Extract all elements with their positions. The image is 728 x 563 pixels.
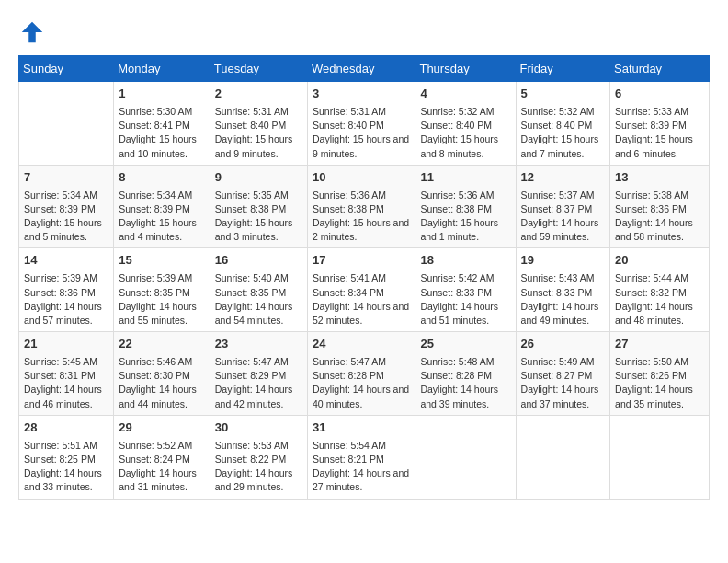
weekday-header-cell: Sunday xyxy=(19,56,114,82)
weekday-header-row: SundayMondayTuesdayWednesdayThursdayFrid… xyxy=(19,56,710,82)
day-info: Sunrise: 5:35 AMSunset: 8:38 PMDaylight:… xyxy=(215,189,302,245)
day-number: 28 xyxy=(24,419,108,437)
day-number: 20 xyxy=(615,252,704,270)
calendar-table: SundayMondayTuesdayWednesdayThursdayFrid… xyxy=(18,55,710,500)
day-number: 22 xyxy=(119,336,204,353)
day-info: Sunrise: 5:49 AMSunset: 8:27 PMDaylight:… xyxy=(521,355,606,411)
calendar-day-cell: 28Sunrise: 5:51 AMSunset: 8:25 PMDayligh… xyxy=(19,415,114,499)
day-info: Sunrise: 5:32 AMSunset: 8:40 PMDaylight:… xyxy=(521,105,606,161)
calendar-day-cell: 29Sunrise: 5:52 AMSunset: 8:24 PMDayligh… xyxy=(114,415,210,499)
calendar-day-cell: 16Sunrise: 5:40 AMSunset: 8:35 PMDayligh… xyxy=(210,248,307,332)
calendar-day-cell: 15Sunrise: 5:39 AMSunset: 8:35 PMDayligh… xyxy=(114,248,210,332)
calendar-day-cell: 3Sunrise: 5:31 AMSunset: 8:40 PMDaylight… xyxy=(308,82,415,166)
calendar-body: 1Sunrise: 5:30 AMSunset: 8:41 PMDaylight… xyxy=(19,82,710,500)
logo xyxy=(18,18,51,46)
day-info: Sunrise: 5:43 AMSunset: 8:33 PMDaylight:… xyxy=(521,271,606,327)
day-number: 2 xyxy=(215,86,302,103)
day-info: Sunrise: 5:47 AMSunset: 8:29 PMDaylight:… xyxy=(215,355,302,411)
calendar-week-row: 1Sunrise: 5:30 AMSunset: 8:41 PMDaylight… xyxy=(19,82,710,166)
weekday-header-cell: Tuesday xyxy=(210,56,307,82)
calendar-day-cell xyxy=(610,415,710,499)
calendar-week-row: 14Sunrise: 5:39 AMSunset: 8:36 PMDayligh… xyxy=(19,248,710,332)
calendar-day-cell: 6Sunrise: 5:33 AMSunset: 8:39 PMDaylight… xyxy=(610,82,710,166)
day-info: Sunrise: 5:40 AMSunset: 8:35 PMDaylight:… xyxy=(215,271,302,327)
calendar-day-cell: 9Sunrise: 5:35 AMSunset: 8:38 PMDaylight… xyxy=(210,165,307,248)
day-number: 9 xyxy=(215,169,302,187)
day-number: 24 xyxy=(313,336,410,353)
day-info: Sunrise: 5:48 AMSunset: 8:28 PMDaylight:… xyxy=(420,355,510,411)
day-number: 21 xyxy=(24,336,108,353)
day-info: Sunrise: 5:31 AMSunset: 8:40 PMDaylight:… xyxy=(215,105,302,161)
day-info: Sunrise: 5:36 AMSunset: 8:38 PMDaylight:… xyxy=(313,189,410,245)
calendar-day-cell: 5Sunrise: 5:32 AMSunset: 8:40 PMDaylight… xyxy=(516,82,610,166)
day-number: 6 xyxy=(615,86,704,103)
day-number: 14 xyxy=(24,252,108,270)
day-info: Sunrise: 5:46 AMSunset: 8:30 PMDaylight:… xyxy=(119,355,204,411)
weekday-header-cell: Wednesday xyxy=(308,56,415,82)
calendar-day-cell: 27Sunrise: 5:50 AMSunset: 8:26 PMDayligh… xyxy=(610,332,710,416)
day-info: Sunrise: 5:30 AMSunset: 8:41 PMDaylight:… xyxy=(119,105,204,161)
day-number: 26 xyxy=(521,336,606,353)
calendar-day-cell: 18Sunrise: 5:42 AMSunset: 8:33 PMDayligh… xyxy=(415,248,516,332)
calendar-day-cell: 7Sunrise: 5:34 AMSunset: 8:39 PMDaylight… xyxy=(19,165,114,248)
svg-marker-0 xyxy=(22,22,43,43)
day-number: 13 xyxy=(615,169,704,187)
day-info: Sunrise: 5:52 AMSunset: 8:24 PMDaylight:… xyxy=(119,439,204,495)
day-info: Sunrise: 5:44 AMSunset: 8:32 PMDaylight:… xyxy=(615,271,704,327)
day-number: 18 xyxy=(420,252,510,270)
calendar-header: SundayMondayTuesdayWednesdayThursdayFrid… xyxy=(19,56,710,82)
day-info: Sunrise: 5:34 AMSunset: 8:39 PMDaylight:… xyxy=(119,189,204,245)
day-info: Sunrise: 5:41 AMSunset: 8:34 PMDaylight:… xyxy=(313,271,410,327)
day-info: Sunrise: 5:32 AMSunset: 8:40 PMDaylight:… xyxy=(420,105,510,161)
calendar-day-cell: 25Sunrise: 5:48 AMSunset: 8:28 PMDayligh… xyxy=(415,332,516,416)
day-number: 19 xyxy=(521,252,606,270)
weekday-header-cell: Saturday xyxy=(610,56,710,82)
day-number: 25 xyxy=(420,336,510,353)
calendar-day-cell: 17Sunrise: 5:41 AMSunset: 8:34 PMDayligh… xyxy=(308,248,415,332)
weekday-header-cell: Monday xyxy=(114,56,210,82)
calendar-day-cell: 26Sunrise: 5:49 AMSunset: 8:27 PMDayligh… xyxy=(516,332,610,416)
calendar-day-cell: 13Sunrise: 5:38 AMSunset: 8:36 PMDayligh… xyxy=(610,165,710,248)
calendar-day-cell: 23Sunrise: 5:47 AMSunset: 8:29 PMDayligh… xyxy=(210,332,307,416)
day-info: Sunrise: 5:39 AMSunset: 8:36 PMDaylight:… xyxy=(24,271,108,327)
day-info: Sunrise: 5:39 AMSunset: 8:35 PMDaylight:… xyxy=(119,271,204,327)
calendar-day-cell: 24Sunrise: 5:47 AMSunset: 8:28 PMDayligh… xyxy=(308,332,415,416)
calendar-week-row: 28Sunrise: 5:51 AMSunset: 8:25 PMDayligh… xyxy=(19,415,710,499)
calendar-day-cell: 21Sunrise: 5:45 AMSunset: 8:31 PMDayligh… xyxy=(19,332,114,416)
calendar-day-cell: 20Sunrise: 5:44 AMSunset: 8:32 PMDayligh… xyxy=(610,248,710,332)
calendar-day-cell: 4Sunrise: 5:32 AMSunset: 8:40 PMDaylight… xyxy=(415,82,516,166)
page-header xyxy=(18,18,710,46)
logo-icon xyxy=(18,18,46,46)
calendar-day-cell: 31Sunrise: 5:54 AMSunset: 8:21 PMDayligh… xyxy=(308,415,415,499)
day-number: 3 xyxy=(313,86,410,103)
weekday-header-cell: Thursday xyxy=(415,56,516,82)
calendar-day-cell: 8Sunrise: 5:34 AMSunset: 8:39 PMDaylight… xyxy=(114,165,210,248)
calendar-week-row: 7Sunrise: 5:34 AMSunset: 8:39 PMDaylight… xyxy=(19,165,710,248)
day-number: 11 xyxy=(420,169,510,187)
day-info: Sunrise: 5:47 AMSunset: 8:28 PMDaylight:… xyxy=(313,355,410,411)
day-number: 1 xyxy=(119,86,204,103)
day-info: Sunrise: 5:54 AMSunset: 8:21 PMDaylight:… xyxy=(313,439,410,495)
day-number: 5 xyxy=(521,86,606,103)
calendar-day-cell: 22Sunrise: 5:46 AMSunset: 8:30 PMDayligh… xyxy=(114,332,210,416)
weekday-header-cell: Friday xyxy=(516,56,610,82)
day-number: 15 xyxy=(119,252,204,270)
day-number: 27 xyxy=(615,336,704,353)
day-number: 23 xyxy=(215,336,302,353)
day-info: Sunrise: 5:51 AMSunset: 8:25 PMDaylight:… xyxy=(24,439,108,495)
calendar-day-cell: 30Sunrise: 5:53 AMSunset: 8:22 PMDayligh… xyxy=(210,415,307,499)
day-number: 7 xyxy=(24,169,108,187)
day-number: 31 xyxy=(313,419,410,437)
day-info: Sunrise: 5:37 AMSunset: 8:37 PMDaylight:… xyxy=(521,189,606,245)
day-info: Sunrise: 5:33 AMSunset: 8:39 PMDaylight:… xyxy=(615,105,704,161)
day-number: 17 xyxy=(313,252,410,270)
day-number: 29 xyxy=(119,419,204,437)
calendar-day-cell xyxy=(516,415,610,499)
day-number: 16 xyxy=(215,252,302,270)
day-info: Sunrise: 5:45 AMSunset: 8:31 PMDaylight:… xyxy=(24,355,108,411)
calendar-week-row: 21Sunrise: 5:45 AMSunset: 8:31 PMDayligh… xyxy=(19,332,710,416)
day-info: Sunrise: 5:42 AMSunset: 8:33 PMDaylight:… xyxy=(420,271,510,327)
calendar-day-cell: 10Sunrise: 5:36 AMSunset: 8:38 PMDayligh… xyxy=(308,165,415,248)
calendar-day-cell xyxy=(19,82,114,166)
day-info: Sunrise: 5:34 AMSunset: 8:39 PMDaylight:… xyxy=(24,189,108,245)
